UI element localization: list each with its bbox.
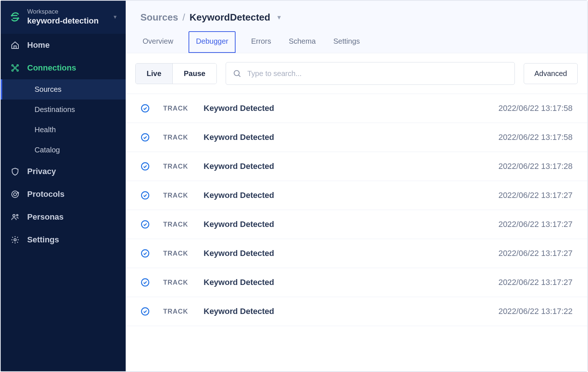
- tab-errors[interactable]: Errors: [249, 31, 273, 53]
- breadcrumb-root[interactable]: Sources: [140, 12, 178, 23]
- page-header: Sources / KeywordDetected ▼ Overview Deb…: [126, 1, 587, 53]
- svg-point-3: [17, 70, 18, 71]
- event-type: TRACK: [163, 279, 204, 286]
- gear-icon: [10, 235, 20, 245]
- event-row[interactable]: TRACKKeyword Detected2022/06/22 13:17:27: [126, 268, 587, 297]
- sidebar-item-home[interactable]: Home: [1, 34, 126, 57]
- event-type: TRACK: [163, 221, 204, 228]
- event-timestamp: 2022/06/22 13:17:58: [498, 104, 573, 113]
- search-icon: [233, 69, 241, 78]
- event-name: Keyword Detected: [204, 220, 498, 229]
- event-row[interactable]: TRACKKeyword Detected2022/06/22 13:17:22: [126, 297, 587, 326]
- event-row[interactable]: TRACKKeyword Detected2022/06/22 13:17:58: [126, 123, 587, 152]
- svg-point-1: [17, 65, 18, 66]
- breadcrumb-sep: /: [183, 12, 185, 23]
- event-timestamp: 2022/06/22 13:17:27: [498, 191, 573, 200]
- event-timestamp: 2022/06/22 13:17:28: [498, 162, 573, 171]
- subnav-label: Health: [35, 126, 56, 134]
- event-row[interactable]: TRACKKeyword Detected2022/06/22 13:17:27: [126, 210, 587, 239]
- check-circle-icon: [140, 307, 150, 316]
- tab-debugger[interactable]: Debugger: [189, 31, 236, 53]
- sidebar-item-connections[interactable]: Connections: [1, 57, 126, 79]
- check-circle-icon: [140, 220, 150, 229]
- advanced-button[interactable]: Advanced: [524, 63, 578, 84]
- check-circle-icon: [140, 191, 150, 200]
- connections-subnav: Sources Destinations Health Catalog: [1, 79, 126, 160]
- chevron-down-icon: ▼: [112, 14, 118, 20]
- personas-icon: [10, 212, 20, 222]
- check-circle-icon: [140, 278, 150, 287]
- event-type: TRACK: [163, 134, 204, 141]
- svg-point-0: [12, 65, 13, 66]
- toggle-pause[interactable]: Pause: [173, 64, 216, 84]
- workspace-name: keyword-detection: [27, 16, 107, 26]
- sidebar-item-privacy[interactable]: Privacy: [1, 160, 126, 183]
- svg-point-2: [12, 70, 13, 71]
- subnav-label: Destinations: [35, 105, 75, 113]
- sidebar-item-label: Connections: [27, 63, 76, 73]
- search-bar[interactable]: [226, 62, 515, 85]
- svg-point-8: [13, 214, 15, 217]
- event-name: Keyword Detected: [204, 104, 498, 113]
- event-timestamp: 2022/06/22 13:17:58: [498, 133, 573, 142]
- event-row[interactable]: TRACKKeyword Detected2022/06/22 13:17:28: [126, 152, 587, 181]
- search-input[interactable]: [247, 69, 508, 78]
- event-type: TRACK: [163, 308, 204, 315]
- live-pause-toggle: Live Pause: [135, 63, 217, 84]
- check-circle-icon: [140, 133, 150, 142]
- event-name: Keyword Detected: [204, 249, 498, 258]
- tab-schema[interactable]: Schema: [287, 31, 318, 53]
- sidebar-item-label: Personas: [27, 212, 64, 222]
- event-name: Keyword Detected: [204, 162, 498, 171]
- check-circle-icon: [140, 162, 150, 171]
- subnav-label: Catalog: [35, 146, 60, 154]
- tabs: Overview Debugger Errors Schema Settings: [140, 31, 573, 53]
- event-timestamp: 2022/06/22 13:17:27: [498, 278, 573, 287]
- event-timestamp: 2022/06/22 13:17:27: [498, 249, 573, 258]
- toggle-live[interactable]: Live: [136, 64, 173, 84]
- subnav-item-catalog[interactable]: Catalog: [1, 140, 126, 160]
- event-name: Keyword Detected: [204, 133, 498, 142]
- tab-settings[interactable]: Settings: [331, 31, 362, 53]
- svg-point-4: [14, 67, 16, 69]
- check-circle-icon: [140, 249, 150, 258]
- subnav-item-health[interactable]: Health: [1, 120, 126, 140]
- sidebar-item-settings[interactable]: Settings: [1, 228, 126, 251]
- connections-icon: [10, 63, 20, 73]
- event-name: Keyword Detected: [204, 278, 498, 287]
- sidebar: Workspace keyword-detection ▼ Home Conne…: [1, 1, 126, 371]
- segment-logo-icon: [9, 11, 21, 23]
- subnav-item-sources[interactable]: Sources: [1, 79, 126, 100]
- tab-overview[interactable]: Overview: [140, 31, 175, 53]
- sidebar-item-personas[interactable]: Personas: [1, 206, 126, 228]
- sidebar-item-label: Privacy: [27, 167, 56, 176]
- event-row[interactable]: TRACKKeyword Detected2022/06/22 13:17:27: [126, 239, 587, 268]
- event-timestamp: 2022/06/22 13:17:22: [498, 307, 573, 316]
- sidebar-item-protocols[interactable]: Protocols: [1, 183, 126, 206]
- home-icon: [10, 40, 20, 50]
- protocols-icon: [10, 189, 20, 199]
- shield-icon: [10, 167, 20, 176]
- check-circle-icon: [140, 104, 150, 113]
- svg-point-10: [14, 239, 16, 241]
- breadcrumb: Sources / KeywordDetected ▼: [140, 12, 573, 31]
- breadcrumb-current[interactable]: KeywordDetected: [190, 12, 270, 23]
- main-content: Sources / KeywordDetected ▼ Overview Deb…: [126, 1, 587, 371]
- subnav-item-destinations[interactable]: Destinations: [1, 100, 126, 120]
- toolbar: Live Pause Advanced: [126, 53, 587, 94]
- chevron-down-icon[interactable]: ▼: [276, 14, 282, 21]
- event-type: TRACK: [163, 250, 204, 257]
- sidebar-item-label: Protocols: [27, 189, 64, 199]
- event-row[interactable]: TRACKKeyword Detected2022/06/22 13:17:58: [126, 94, 587, 123]
- event-name: Keyword Detected: [204, 191, 498, 200]
- svg-point-9: [17, 214, 18, 216]
- event-type: TRACK: [163, 105, 204, 112]
- event-row[interactable]: TRACKKeyword Detected2022/06/22 13:17:27: [126, 181, 587, 210]
- sidebar-item-label: Settings: [27, 235, 59, 245]
- workspace-switcher[interactable]: Workspace keyword-detection ▼: [1, 1, 126, 34]
- workspace-label: Workspace: [27, 8, 107, 15]
- events-list: TRACKKeyword Detected2022/06/22 13:17:58…: [126, 94, 587, 371]
- sidebar-item-label: Home: [27, 40, 50, 50]
- event-timestamp: 2022/06/22 13:17:27: [498, 220, 573, 229]
- event-type: TRACK: [163, 192, 204, 199]
